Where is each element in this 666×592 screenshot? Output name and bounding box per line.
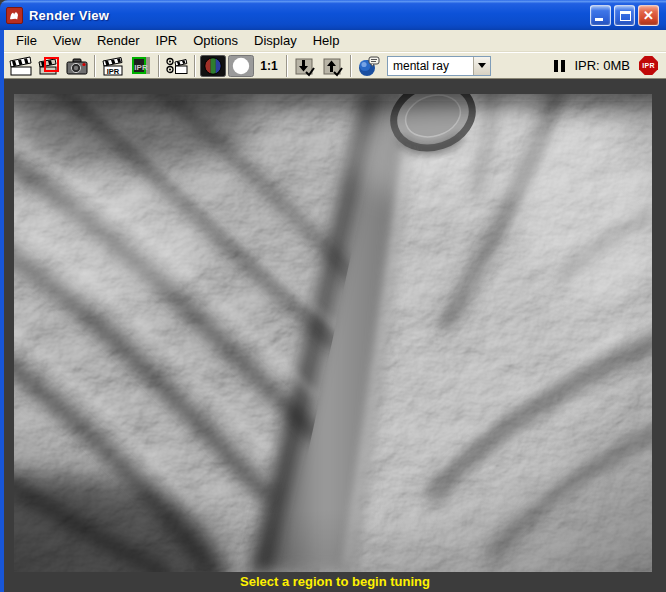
menu-item-view[interactable]: View [45, 31, 89, 51]
remove-image-button[interactable] [319, 54, 347, 78]
menu-item-help[interactable]: Help [305, 31, 348, 51]
ipr-render-icon: IPR [101, 55, 125, 76]
keep-image-icon [293, 55, 317, 77]
maya-window-icon [6, 7, 23, 24]
redo-render-icon [37, 55, 61, 76]
renderer-select[interactable]: mental ray [387, 56, 491, 76]
render-globals-icon [357, 55, 381, 77]
display-alpha-channel-button[interactable] [227, 54, 255, 78]
ipr-memory-label: IPR: 0MB [574, 58, 630, 73]
open-render-globals-button[interactable] [355, 54, 383, 78]
render-current-frame-button[interactable] [7, 54, 35, 78]
toolbar-separator [158, 55, 160, 77]
render-view-window: Render View ✕ File View Render IPR Optio… [0, 0, 666, 592]
toolbar: IPR IPR [4, 52, 666, 79]
menu-item-ipr[interactable]: IPR [148, 31, 186, 51]
toolbar-separator [94, 55, 96, 77]
display-real-size-button[interactable]: 1:1 [255, 54, 283, 78]
rendered-image[interactable] [14, 94, 652, 572]
menu-bar: File View Render IPR Options Display Hel… [4, 30, 666, 52]
display-rgb-channels-button[interactable] [199, 54, 227, 78]
ipr-render-label: IPR [107, 67, 120, 76]
toolbar-separator [350, 55, 352, 77]
minimize-icon [595, 18, 603, 21]
maximize-button[interactable] [614, 5, 635, 26]
menu-item-file[interactable]: File [8, 31, 45, 51]
stop-ipr-button[interactable]: IPR [639, 56, 658, 75]
redo-previous-ipr-render-button[interactable]: IPR [127, 54, 155, 78]
real-size-label: 1:1 [257, 59, 281, 73]
menu-item-options[interactable]: Options [185, 31, 246, 51]
toolbar-separator [194, 55, 196, 77]
ipr-stop-icon: IPR [642, 62, 655, 69]
alpha-channel-icon [228, 55, 254, 77]
render-viewport: Select a region to begin tuning [4, 79, 666, 591]
maximize-icon [620, 11, 631, 21]
rgb-channels-icon [200, 55, 226, 77]
chevron-down-icon [478, 63, 486, 68]
refresh-ipr-image-button[interactable] [163, 54, 191, 78]
toolbar-separator [286, 55, 288, 77]
redo-ipr-label: IPR [134, 63, 148, 72]
keep-image-button[interactable] [291, 54, 319, 78]
window-title: Render View [29, 8, 590, 23]
menu-item-render[interactable]: Render [89, 31, 148, 51]
close-icon: ✕ [639, 6, 658, 25]
status-message: Select a region to begin tuning [4, 574, 666, 589]
renderer-dropdown-button[interactable] [473, 57, 490, 75]
ipr-render-current-frame-button[interactable]: IPR [99, 54, 127, 78]
remove-image-icon [321, 55, 345, 77]
pause-icon [554, 60, 558, 72]
render-icon [9, 55, 33, 76]
pause-ipr-tuning-button[interactable] [554, 60, 565, 72]
close-button[interactable]: ✕ [638, 5, 659, 26]
snapshot-icon [65, 56, 89, 76]
minimize-button[interactable] [590, 5, 611, 26]
refresh-ipr-icon [165, 55, 189, 76]
redo-ipr-render-icon: IPR [129, 55, 153, 76]
menu-item-display[interactable]: Display [246, 31, 305, 51]
snapshot-button[interactable] [63, 54, 91, 78]
renderer-selected-value: mental ray [388, 57, 473, 75]
titlebar[interactable]: Render View ✕ [0, 0, 666, 30]
redo-previous-render-button[interactable] [35, 54, 63, 78]
